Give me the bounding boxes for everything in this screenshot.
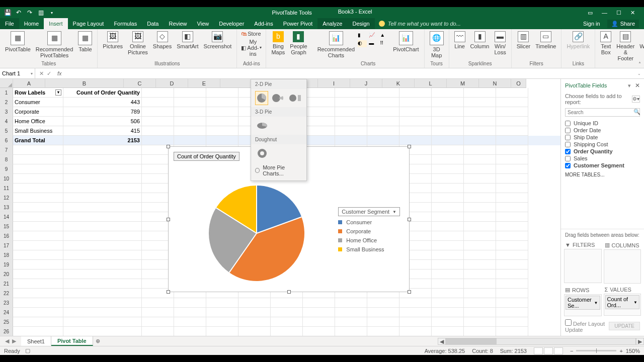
grand-total-label[interactable]: Grand Total xyxy=(13,136,63,145)
tab-analyze[interactable]: Analyze xyxy=(317,18,347,29)
field-item[interactable]: Shipping Cost xyxy=(565,141,640,148)
pivot-value[interactable]: 506 xyxy=(63,117,142,126)
pie-2d-option[interactable] xyxy=(255,91,268,105)
pivot-value[interactable]: 415 xyxy=(63,126,142,136)
tab-formulas[interactable]: Formulas xyxy=(109,18,142,29)
filters-area[interactable] xyxy=(564,249,602,283)
fx-icon[interactable]: fx xyxy=(55,70,64,76)
row-header[interactable]: 1 xyxy=(0,88,13,98)
row-header[interactable]: 9 xyxy=(0,164,13,174)
tell-me[interactable]: Tell me what you want to do... xyxy=(379,21,461,27)
pivottable-button[interactable]: ▦PivotTable xyxy=(3,30,33,53)
grand-total-value[interactable]: 2153 xyxy=(63,136,142,145)
row-header[interactable]: 11 xyxy=(0,184,13,193)
select-all-button[interactable] xyxy=(0,79,13,88)
filter-dropdown-icon[interactable]: ▾ xyxy=(55,89,61,96)
col-header[interactable]: A xyxy=(13,79,45,88)
row-header[interactable]: 13 xyxy=(0,203,13,212)
name-box[interactable]: Chart 1▾ xyxy=(0,68,35,78)
row-header[interactable]: 18 xyxy=(0,250,13,260)
bar-chart-icon[interactable]: ▬ xyxy=(369,40,378,47)
column-chart-icon[interactable]: ▮ xyxy=(358,32,367,39)
field-item[interactable]: Unique ID xyxy=(565,120,640,127)
pane-dropdown-icon[interactable]: ▾ xyxy=(628,82,631,88)
save-icon[interactable]: 💾 xyxy=(4,9,11,16)
defer-layout-checkbox[interactable]: Defer Layout Update xyxy=(565,319,609,333)
tab-nav-next-icon[interactable]: ▶ xyxy=(12,338,16,344)
tab-nav-prev-icon[interactable]: ◀ xyxy=(5,338,9,344)
store-button[interactable]: 🛍Store xyxy=(240,30,262,37)
doughnut-option[interactable] xyxy=(255,146,269,160)
row-header[interactable]: 21 xyxy=(0,279,13,289)
table-button[interactable]: ▦Table xyxy=(76,30,94,53)
online-pictures-button[interactable]: 🖼Online Pictures xyxy=(126,30,150,56)
cancel-formula-icon[interactable]: ✕ xyxy=(39,70,44,77)
field-search[interactable]: 🔍 xyxy=(565,108,640,117)
row-header[interactable]: 10 xyxy=(0,174,13,184)
pivotchart-button[interactable]: 📊PivotChart xyxy=(391,30,421,53)
tab-page-layout[interactable]: Page Layout xyxy=(68,18,109,29)
pivot-row-label[interactable]: Home Office xyxy=(13,117,63,126)
view-page-icon[interactable] xyxy=(544,347,553,354)
col-header[interactable]: O xyxy=(511,79,526,88)
values-area[interactable]: Count of Ord...▼ xyxy=(604,294,641,316)
col-header[interactable]: M xyxy=(447,79,479,88)
row-header[interactable]: 22 xyxy=(0,289,13,298)
col-header[interactable]: L xyxy=(415,79,447,88)
legend-item[interactable]: Consumer xyxy=(338,219,400,225)
pie-bar-option[interactable] xyxy=(288,91,302,105)
row-header[interactable]: 7 xyxy=(0,145,13,155)
pane-close-icon[interactable]: ✕ xyxy=(635,82,640,89)
maximize-icon[interactable]: ☐ xyxy=(616,10,621,16)
row-header[interactable]: 4 xyxy=(0,117,13,126)
tab-review[interactable]: Review xyxy=(164,18,192,29)
row-header[interactable]: 2 xyxy=(0,98,13,107)
tab-developer[interactable]: Developer xyxy=(214,18,249,29)
gear-icon[interactable]: ⚙▾ xyxy=(632,96,640,103)
legend-item[interactable]: Home Office xyxy=(338,237,400,243)
tab-add-ins[interactable]: Add-ins xyxy=(249,18,278,29)
3d-map-button[interactable]: 🌐3D Map xyxy=(428,30,446,59)
row-header[interactable]: 12 xyxy=(0,193,13,203)
field-checkbox[interactable] xyxy=(565,142,571,147)
recommended-charts-button[interactable]: 📊Recommended Charts xyxy=(315,30,357,59)
pivot-values-header[interactable]: Count of Order Quantity xyxy=(63,88,142,98)
tab-power-pivot[interactable]: Power Pivot xyxy=(278,18,318,29)
close-icon[interactable]: ✕ xyxy=(630,10,635,16)
sparkline-winloss-button[interactable]: ▬Win/ Loss xyxy=(492,30,508,56)
value-field-chip[interactable]: Count of Ord...▼ xyxy=(605,295,640,309)
zoom-slider[interactable] xyxy=(576,350,616,351)
sign-in-link[interactable]: Sign in xyxy=(583,21,600,27)
view-normal-icon[interactable] xyxy=(534,347,543,354)
header-footer-button[interactable]: ▤Header & Footer xyxy=(614,30,636,62)
row-field-chip[interactable]: Customer Se...▼ xyxy=(566,296,600,310)
my-addins-button[interactable]: ◧My Add-ins▾ xyxy=(240,38,263,57)
row-header[interactable]: 20 xyxy=(0,269,13,279)
col-header[interactable]: C xyxy=(124,79,156,88)
view-break-icon[interactable] xyxy=(554,347,563,354)
col-header[interactable]: E xyxy=(188,79,220,88)
field-checkbox[interactable] xyxy=(565,135,571,140)
pivot-row-label[interactable]: Small Business xyxy=(13,126,63,136)
pie-3d-option[interactable] xyxy=(255,119,269,133)
enter-formula-icon[interactable]: ✓ xyxy=(47,70,51,77)
textbox-button[interactable]: AText Box xyxy=(598,30,613,56)
tab-data[interactable]: Data xyxy=(142,18,164,29)
row-header[interactable]: 19 xyxy=(0,260,13,269)
field-item[interactable]: Customer Segment xyxy=(565,162,640,169)
pivot-value[interactable]: 789 xyxy=(63,107,142,117)
field-checkbox[interactable] xyxy=(565,121,571,126)
people-graph-button[interactable]: ▮People Graph xyxy=(288,30,309,56)
smartart-button[interactable]: ◧SmartArt xyxy=(175,30,200,50)
pie-chart-icon[interactable]: ◐ xyxy=(358,40,367,47)
field-checkbox[interactable] xyxy=(565,149,571,154)
pie-exploded-option[interactable] xyxy=(271,91,285,105)
row-header[interactable]: 6 xyxy=(0,136,13,145)
tab-insert[interactable]: Insert xyxy=(44,18,68,29)
hyperlink-button[interactable]: 🔗Hyperlink xyxy=(565,30,592,50)
row-header[interactable]: 25 xyxy=(0,317,13,327)
qat-icon[interactable]: ▥ xyxy=(37,9,44,16)
pie-chart[interactable] xyxy=(206,183,307,284)
columns-area[interactable] xyxy=(604,249,641,284)
field-checkbox[interactable] xyxy=(565,163,571,168)
